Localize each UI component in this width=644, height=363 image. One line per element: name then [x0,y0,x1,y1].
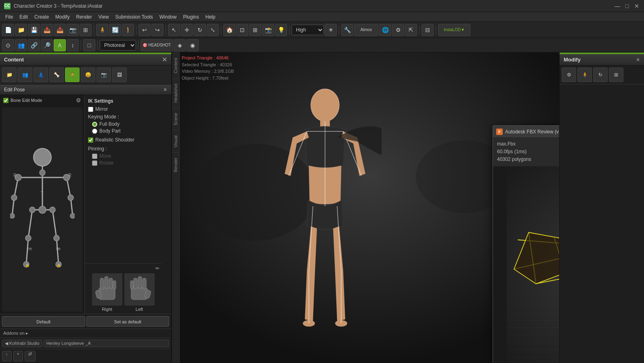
export-button[interactable]: 📤 [41,24,53,36]
zoom-fit-button[interactable]: ⊡ [236,24,248,36]
spread-button[interactable]: ⇄ [25,351,36,361]
realistic-shoulder-checkbox[interactable] [88,137,93,143]
menu-modify[interactable]: Modify [52,13,73,21]
modify-icon-3[interactable]: ↻ [593,68,608,82]
right-hand-image[interactable] [92,273,122,306]
move-button[interactable]: ✛ [181,24,193,36]
content-icon-face[interactable]: 😀 [81,68,95,82]
menu-edit[interactable]: Edit [16,13,31,21]
menu-render[interactable]: Render [73,13,95,21]
vtab-headshot[interactable]: Headshot [172,78,179,108]
content-close-button[interactable]: ✕ [162,56,167,63]
download-button[interactable]: ↓ [2,351,12,361]
figure-button[interactable]: 🧍 [96,24,108,36]
redo-button[interactable]: ↪ [151,24,164,36]
instalod-btn[interactable]: InstaLOD▼ [438,24,470,36]
modify-close[interactable]: ✕ [636,57,640,63]
bone-edit-mode-checkbox[interactable] [3,98,8,103]
left-hand-image[interactable] [124,273,155,306]
new-file-button[interactable]: 📄 [2,24,14,36]
rotate-checkbox[interactable] [92,160,97,166]
set-as-default-button[interactable]: Set as default [86,316,170,327]
walk-button[interactable]: 🚶 [122,24,134,36]
tb2-btn5[interactable]: A [54,39,66,51]
light-button[interactable]: 💡 [275,24,287,36]
undo-button[interactable]: ↩ [138,24,151,36]
grid2-btn[interactable]: ⊟ [422,24,434,36]
move-checkbox[interactable] [92,154,97,159]
modify-icon-1[interactable]: ⚙ [562,68,576,82]
atmos-btn[interactable]: Atmos [354,24,378,36]
menu-plugins[interactable]: Plugins [180,13,202,21]
vtab-content[interactable]: Content [172,53,179,78]
full-body-radio[interactable] [92,122,97,127]
vtab-visual[interactable]: Visual [172,130,179,152]
sun-button[interactable]: ☀ [325,24,337,36]
tb2-btn2[interactable]: 👥 [15,39,27,51]
menu-create[interactable]: Create [31,13,52,21]
menu-submission-tools[interactable]: Submission Tools [112,13,156,21]
maximize-button[interactable]: □ [624,3,630,9]
zoom-select-button[interactable]: ⊞ [249,24,261,36]
minimize-button[interactable]: — [614,3,621,9]
tb2-btn9[interactable]: ◉ [187,39,199,51]
scale-button[interactable]: ⤡ [207,24,219,36]
env-btn[interactable]: 🌐 [379,24,391,36]
vtab-scene[interactable]: Scene [172,108,179,130]
body-part-radio[interactable] [92,129,97,134]
modify-icon-4[interactable]: ⊞ [609,68,623,82]
modify-btn-1[interactable]: 🔧 [341,24,353,36]
cursor-btn[interactable]: ⇱ [405,24,417,36]
camera-button[interactable]: 📸 [262,24,274,36]
edit-pose-close[interactable]: ✕ [163,87,167,93]
addon-row: Addons on ▸ [3,331,168,336]
tb2-btn1[interactable]: ⊙ [2,39,14,51]
hands-edit-icon[interactable]: ✏ [155,266,159,271]
close-button[interactable]: ✕ [634,3,640,9]
separator-3 [166,25,166,35]
headshot-btn[interactable]: 🎯 HEADSHOT [141,39,173,51]
gear-settings-button[interactable]: ⚙ [76,97,81,103]
import-button[interactable]: 📥 [54,24,66,36]
content-icon-clothes[interactable]: 👗 [34,68,48,82]
photoreal-dropdown[interactable]: Photoreal Cartoon [100,40,136,51]
menu-window[interactable]: Window [156,13,180,21]
rotate-button[interactable]: ↻ [194,24,206,36]
settings-btn[interactable]: ⚙ [392,24,404,36]
fbx-review-window[interactable]: F Autodesk FBX Review (v1.4.1.0) — □ ✕ m… [493,125,559,363]
tb2-btn6[interactable]: ↕ [67,39,79,51]
pose-button[interactable]: 🔄 [109,24,121,36]
svg-text:🔒: 🔒 [25,263,30,268]
tb2-btn4[interactable]: 🔎 [41,39,53,51]
capture-button[interactable]: 📷 [67,24,79,36]
svg-rect-36 [100,278,104,289]
vtab-render[interactable]: Render [172,152,179,177]
default-button[interactable]: Default [2,316,85,327]
content-icon-figure[interactable]: 👥 [18,68,32,82]
menu-file[interactable]: File [2,13,16,21]
open-file-button[interactable]: 📁 [15,24,27,36]
add-button[interactable]: + [13,351,23,361]
grid-button[interactable]: ⊞ [80,24,92,36]
menu-view[interactable]: View [95,13,112,21]
content-icon-gallery[interactable]: 🖼 [112,68,127,82]
quality-dropdown[interactable]: High Medium Low [292,25,324,35]
edit-pose-split: Bone Edit Mode ⚙ [0,95,171,314]
tb2-btn7[interactable]: □ [83,39,95,51]
henley-item[interactable]: Henley Longsleeve _A [44,340,169,347]
modify-icon-2[interactable]: 🧍 [577,68,592,82]
save-button[interactable]: 💾 [28,24,40,36]
figure-canvas: R R 🔒 🔒 TR TR T [2,108,82,312]
select-button[interactable]: ↖ [168,24,180,36]
mirror-checkbox[interactable] [88,107,93,112]
home-button[interactable]: 🏠 [223,24,235,36]
addons-label[interactable]: Addons on ▸ [3,331,28,336]
tb2-btn8[interactable]: ◈ [174,39,186,51]
menu-help[interactable]: Help [202,13,219,21]
content-icon-folder[interactable]: 📁 [2,68,17,82]
content-icon-camera[interactable]: 📷 [96,68,111,82]
tb2-btn3[interactable]: 🔗 [28,39,40,51]
kohlrabi-studio-item[interactable]: ◀ Kohlrabi Studio [2,340,42,347]
content-icon-skeleton[interactable]: 🦴 [49,68,64,82]
content-icon-pose[interactable]: 🧍 [65,68,80,82]
